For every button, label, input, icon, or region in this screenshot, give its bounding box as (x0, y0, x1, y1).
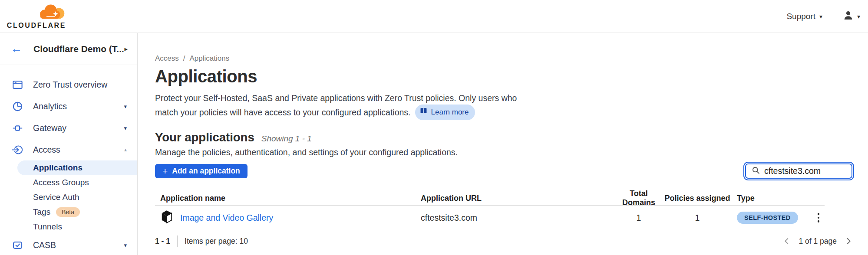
cloudflare-logo[interactable]: CLOUDFLARE (9, 3, 66, 29)
items-per-page[interactable]: Items per page: 10 (185, 237, 248, 246)
chevron-right-icon[interactable]: ▸ (124, 45, 128, 53)
toolbar: + Add an application (155, 163, 853, 179)
chevron-down-icon: ▾ (124, 242, 127, 248)
sidebar-item-applications[interactable]: Applications (17, 160, 137, 175)
book-icon (419, 106, 428, 119)
cloudflare-logo-text: CLOUDFLARE (7, 22, 66, 29)
back-arrow-icon[interactable]: ← (10, 43, 22, 55)
pagination: 1 - 1 Items per page: 10 1 of 1 page (155, 235, 853, 247)
column-header-policies-assigned: Policies assigned (663, 194, 732, 203)
sidebar-item-analytics[interactable]: Analytics ▾ (0, 95, 137, 117)
search-input[interactable] (764, 166, 846, 176)
search-icon (751, 166, 760, 177)
chevron-down-icon: ▾ (124, 103, 127, 110)
window-icon (12, 79, 24, 91)
top-bar-right: Support ▾ ▾ (786, 10, 861, 23)
user-menu[interactable]: ▾ (842, 10, 860, 23)
learn-more-label: Learn more (431, 106, 469, 119)
sidebar-item-label: Analytics (33, 101, 124, 111)
column-header-application-url: Application URL (421, 194, 614, 203)
chevron-down-icon: ▾ (819, 13, 822, 20)
column-header-application-name: Application name (155, 194, 421, 203)
top-bar: CLOUDFLARE Support ▾ ▾ (0, 0, 868, 33)
application-name-cell: Image and Video Gallery (155, 209, 421, 226)
sidebar-item-service-auth[interactable]: Service Auth (0, 190, 137, 205)
sidebar-item-casb[interactable]: CASB ▾ (0, 234, 137, 255)
chevron-down-icon: ▾ (124, 125, 127, 131)
description-line-2: match your policies will have access to … (155, 108, 411, 117)
main-content: Access / Applications Applications Prote… (138, 33, 868, 255)
chevron-left-icon[interactable] (782, 236, 792, 246)
pagination-divider (177, 235, 178, 247)
row-actions-kebab-icon[interactable] (812, 210, 825, 225)
sidebar-item-zero-trust-overview[interactable]: Zero Trust overview (0, 74, 137, 95)
section-head: Your applications Showing 1 - 1 (155, 131, 853, 144)
breadcrumb-separator: / (183, 54, 185, 63)
casb-check-icon (12, 239, 24, 251)
showing-count: Showing 1 - 1 (261, 134, 312, 144)
learn-more-button[interactable]: Learn more (415, 105, 475, 120)
application-link[interactable]: Image and Video Gallery (180, 213, 273, 223)
sidebar-item-tunnels[interactable]: Tunnels (0, 219, 137, 234)
gateway-icon (12, 122, 24, 134)
application-url-cell: cftestsite3.com (421, 213, 614, 223)
breadcrumb-applications[interactable]: Applications (190, 54, 230, 63)
type-cell: SELF-HOSTED (732, 212, 804, 224)
sidebar-item-label: Zero Trust overview (33, 80, 127, 90)
user-icon (842, 10, 854, 23)
table-row: Image and Video Gallery cftestsite3.com … (155, 206, 825, 230)
breadcrumb-access[interactable]: Access (155, 54, 179, 63)
column-header-type: Type (732, 194, 804, 203)
sidebar-item-access-groups[interactable]: Access Groups (0, 175, 137, 190)
sidebar: ← Cloudflare Demo (T... ▸ Zero Trust ove… (0, 33, 138, 255)
sidebar-item-label: Access (33, 145, 124, 155)
description-line-1: Protect your Self-Hosted, SaaS and Priva… (155, 93, 517, 103)
applications-table: Application name Application URL Total D… (155, 189, 825, 230)
section-title: Your applications (155, 131, 254, 144)
sidebar-item-label: Service Auth (33, 193, 79, 202)
beta-badge: Beta (56, 207, 80, 217)
chevron-right-icon[interactable] (844, 236, 853, 246)
sidebar-item-label: Applications (33, 163, 83, 173)
chevron-up-icon: ▴ (124, 147, 127, 153)
sidebar-item-label: Tunnels (33, 222, 62, 232)
add-application-label: Add an application (172, 167, 240, 176)
breadcrumb: Access / Applications (155, 54, 853, 63)
support-dropdown[interactable]: Support ▾ (786, 12, 822, 21)
add-application-button[interactable]: + Add an application (155, 164, 248, 178)
sidebar-item-label: Access Groups (33, 178, 89, 187)
access-subnav: Applications Access Groups Service Auth … (0, 160, 137, 234)
section-subtitle: Manage the policies, authentication, and… (155, 147, 853, 157)
sidebar-nav: Zero Trust overview Analytics ▾ (0, 65, 137, 255)
pie-chart-icon (12, 101, 24, 112)
pagination-right: 1 of 1 page (782, 236, 853, 246)
search-box[interactable] (745, 163, 852, 179)
sidebar-item-label: Tags (33, 207, 50, 217)
total-domains-cell: 1 (614, 213, 663, 223)
page-info: 1 of 1 page (799, 237, 837, 246)
table-header-row: Application name Application URL Total D… (155, 189, 825, 206)
plus-icon: + (162, 167, 168, 176)
sidebar-item-label: CASB (33, 240, 124, 250)
policies-assigned-cell: 1 (663, 213, 732, 223)
support-label: Support (786, 12, 815, 21)
page-description: Protect your Self-Hosted, SaaS and Priva… (155, 92, 853, 120)
cloudflare-cloud-icon (36, 3, 66, 21)
account-name: Cloudflare Demo (T... (33, 44, 124, 54)
page-title: Applications (155, 67, 853, 86)
chevron-down-icon: ▾ (857, 13, 860, 20)
zero-trust-dashboard: CLOUDFLARE Support ▾ ▾ ← C (0, 0, 868, 255)
pagination-left: 1 - 1 Items per page: 10 (155, 235, 248, 247)
account-selector[interactable]: ← Cloudflare Demo (T... ▸ (0, 33, 137, 65)
sidebar-item-tags[interactable]: Tags Beta (0, 205, 137, 219)
app-cube-icon (160, 209, 173, 226)
column-header-total-domains: Total Domains (614, 189, 663, 207)
self-hosted-badge: SELF-HOSTED (737, 212, 798, 224)
sidebar-item-access[interactable]: Access ▴ (0, 139, 137, 160)
sidebar-item-gateway[interactable]: Gateway ▾ (0, 117, 137, 139)
sidebar-item-label: Gateway (33, 123, 124, 133)
access-login-icon (12, 144, 24, 156)
results-range: 1 - 1 (155, 237, 170, 246)
body-wrap: ← Cloudflare Demo (T... ▸ Zero Trust ove… (0, 33, 868, 255)
